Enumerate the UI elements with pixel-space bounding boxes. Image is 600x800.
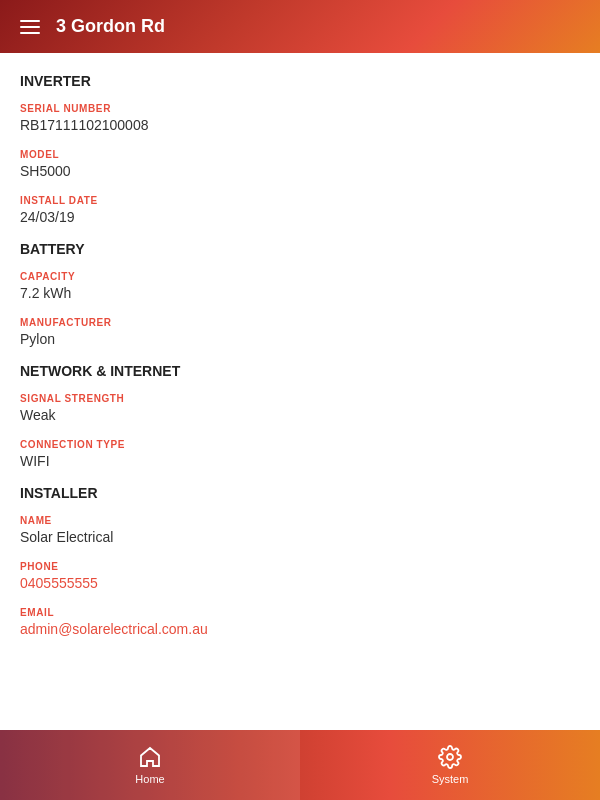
capacity-label: CAPACITY: [20, 271, 580, 282]
content-area: INVERTER SERIAL NUMBER RB17111102100008 …: [0, 53, 600, 730]
serial-number-label: SERIAL NUMBER: [20, 103, 580, 114]
install-date-field: INSTALL DATE 24/03/19: [20, 195, 580, 225]
installer-phone-field: PHONE 0405555555: [20, 561, 580, 591]
model-label: MODEL: [20, 149, 580, 160]
model-field: MODEL SH5000: [20, 149, 580, 179]
model-value: SH5000: [20, 163, 580, 179]
network-section: NETWORK & INTERNET SIGNAL STRENGTH Weak …: [20, 363, 580, 469]
installer-phone-label: PHONE: [20, 561, 580, 572]
installer-name-field: NAME Solar Electrical: [20, 515, 580, 545]
signal-strength-field: SIGNAL STRENGTH Weak: [20, 393, 580, 423]
installer-email-label: EMAIL: [20, 607, 580, 618]
connection-type-value: WIFI: [20, 453, 580, 469]
manufacturer-value: Pylon: [20, 331, 580, 347]
nav-item-home[interactable]: Home: [0, 730, 300, 800]
gear-icon: [438, 745, 462, 769]
capacity-field: CAPACITY 7.2 kWh: [20, 271, 580, 301]
installer-email-field: EMAIL admin@solarelectrical.com.au: [20, 607, 580, 637]
bottom-navigation: Home System: [0, 730, 600, 800]
installer-email-value[interactable]: admin@solarelectrical.com.au: [20, 621, 580, 637]
system-nav-label: System: [432, 773, 469, 785]
inverter-section: INVERTER SERIAL NUMBER RB17111102100008 …: [20, 73, 580, 225]
battery-section-header: BATTERY: [20, 241, 580, 257]
connection-type-label: CONNECTION TYPE: [20, 439, 580, 450]
nav-item-system[interactable]: System: [300, 730, 600, 800]
installer-name-label: NAME: [20, 515, 580, 526]
capacity-value: 7.2 kWh: [20, 285, 580, 301]
page-title: 3 Gordon Rd: [56, 16, 165, 37]
serial-number-field: SERIAL NUMBER RB17111102100008: [20, 103, 580, 133]
installer-phone-value[interactable]: 0405555555: [20, 575, 580, 591]
home-nav-label: Home: [135, 773, 164, 785]
network-section-header: NETWORK & INTERNET: [20, 363, 580, 379]
manufacturer-label: MANUFACTURER: [20, 317, 580, 328]
installer-section-header: INSTALLER: [20, 485, 580, 501]
inverter-section-header: INVERTER: [20, 73, 580, 89]
install-date-label: INSTALL DATE: [20, 195, 580, 206]
app-header: 3 Gordon Rd: [0, 0, 600, 53]
connection-type-field: CONNECTION TYPE WIFI: [20, 439, 580, 469]
battery-section: BATTERY CAPACITY 7.2 kWh MANUFACTURER Py…: [20, 241, 580, 347]
install-date-value: 24/03/19: [20, 209, 580, 225]
serial-number-value: RB17111102100008: [20, 117, 580, 133]
installer-section: INSTALLER NAME Solar Electrical PHONE 04…: [20, 485, 580, 637]
installer-name-value: Solar Electrical: [20, 529, 580, 545]
signal-strength-label: SIGNAL STRENGTH: [20, 393, 580, 404]
svg-point-0: [447, 754, 453, 760]
manufacturer-field: MANUFACTURER Pylon: [20, 317, 580, 347]
home-icon: [138, 745, 162, 769]
menu-button[interactable]: [20, 20, 40, 34]
signal-strength-value: Weak: [20, 407, 580, 423]
